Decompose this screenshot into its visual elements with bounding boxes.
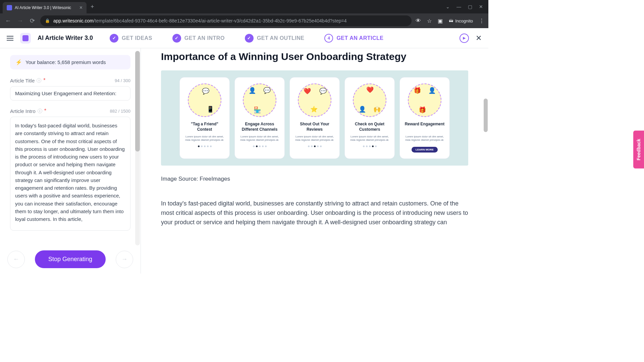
maximize-icon[interactable]: ▢ [468, 4, 472, 9]
article-title-input[interactable] [10, 86, 130, 101]
hamburger-menu-icon[interactable] [7, 35, 13, 42]
onboarding-card: 👤 💬 🏪 Engage Across Different Channels L… [234, 77, 285, 159]
card-illustration: 👤 💬 🏪 [243, 83, 276, 117]
article-content: Importance of a Winning User Onboarding … [141, 48, 488, 274]
onboarding-card: 💬 📱 "Tag a Friend" Contest Lorem ipsum d… [179, 77, 230, 159]
url-text: app.writesonic.com/template/6bc4afed-937… [53, 18, 346, 23]
favicon [7, 5, 12, 10]
pagination-dots [198, 145, 212, 147]
eye-off-icon[interactable]: 👁 [416, 18, 421, 24]
title-char-count: 94 / 300 [115, 78, 130, 83]
lightning-icon: ⚡ [15, 59, 22, 65]
tabs-dropdown-icon[interactable]: ⌄ [446, 4, 450, 9]
forward-button[interactable]: → [16, 17, 24, 24]
next-button[interactable]: → [116, 251, 133, 268]
card-illustration: ❤️ 💬 ⭐ [298, 83, 331, 117]
step-get-article[interactable]: 4 GET AN ARTICLE [324, 34, 383, 43]
star-icon[interactable]: ☆ [427, 18, 432, 24]
url-bar[interactable]: 🔒 app.writesonic.com/template/6bc4afed-9… [40, 15, 412, 26]
check-icon: ✓ [245, 34, 254, 43]
play-circle-icon[interactable]: ▶ [460, 34, 469, 43]
article-heading: Importance of a Winning User Onboarding … [161, 51, 468, 62]
lock-icon: 🔒 [45, 18, 50, 23]
card-illustration: 🎁 👤 🎁 [408, 83, 441, 117]
step-number-badge: 4 [324, 34, 333, 43]
hero-image: 💬 📱 "Tag a Friend" Contest Lorem ipsum d… [161, 70, 468, 166]
incognito-icon: 🕶 [449, 18, 453, 23]
window-controls: ⌄ — ▢ ✕ [446, 4, 488, 9]
address-bar: ← → ⟳ 🔒 app.writesonic.com/template/6bc4… [0, 13, 488, 28]
back-button[interactable]: ← [4, 17, 12, 24]
sidebar-scrollbar-thumb[interactable] [135, 51, 140, 152]
required-asterisk: * [44, 108, 46, 114]
onboarding-card: ❤️ 👤 🙌 Check on Quiet Customers Lorem ip… [344, 77, 395, 159]
reload-button[interactable]: ⟳ [28, 17, 36, 24]
required-asterisk: * [43, 77, 45, 83]
browser-tab[interactable]: AI Article Writer 3.0 | Writesonic × [3, 2, 87, 13]
app-logo [20, 33, 31, 44]
learn-more-button[interactable]: LEARN MORE [412, 147, 438, 153]
check-icon: ✓ [110, 34, 118, 43]
balance-pill: ⚡ Your balance: 5,658 premium words [10, 55, 130, 69]
content-scrollbar-thumb[interactable] [484, 99, 488, 132]
step-get-intro[interactable]: ✓ GET AN INTRO [172, 34, 225, 43]
new-tab-button[interactable]: + [91, 3, 94, 10]
pagination-dots [363, 145, 377, 147]
kebab-menu-icon[interactable]: ⋮ [479, 18, 484, 24]
browser-tab-bar: AI Article Writer 3.0 | Writesonic × + ⌄… [0, 0, 488, 13]
step-get-ideas[interactable]: ✓ GET IDEAS [110, 34, 152, 43]
article-intro-label: Article Intro i * 882 / 1500 [10, 108, 130, 114]
card-illustration: ❤️ 👤 🙌 [353, 83, 386, 117]
image-source-caption: Image Source: FreeImages [161, 176, 468, 182]
onboarding-card: 🎁 👤 🎁 Reward Engagement Lorem ipsum dolo… [399, 77, 450, 159]
close-icon[interactable]: ✕ [476, 34, 482, 43]
intro-char-count: 882 / 1500 [110, 109, 130, 114]
tab-close-icon[interactable]: × [79, 5, 83, 11]
onboarding-card: ❤️ 💬 ⭐ Shout Out Your Reviews Lorem ipsu… [289, 77, 340, 159]
info-icon[interactable]: i [38, 109, 42, 113]
step-get-outline[interactable]: ✓ GET AN OUTLINE [245, 34, 305, 43]
sidebar: ⚡ Your balance: 5,658 premium words Arti… [0, 48, 141, 274]
article-body: In today's fast-paced digital world, bus… [161, 199, 468, 227]
check-icon: ✓ [172, 34, 181, 43]
extensions-icon[interactable]: ▣ [438, 18, 443, 24]
prev-button[interactable]: ← [7, 251, 25, 268]
card-illustration: 💬 📱 [188, 83, 221, 117]
info-icon[interactable]: i [37, 78, 41, 83]
tab-title: AI Article Writer 3.0 | Writesonic [15, 5, 77, 10]
stop-generating-button[interactable]: Stop Generating [35, 250, 106, 268]
pagination-dots [253, 145, 267, 147]
article-title-label: Article Title i * 94 / 300 [10, 77, 130, 83]
pagination-dots [308, 145, 322, 147]
app-title: AI Article Writer 3.0 [38, 35, 93, 42]
article-intro-textarea[interactable] [10, 117, 130, 231]
close-window-icon[interactable]: ✕ [479, 4, 483, 9]
minimize-icon[interactable]: — [457, 4, 461, 9]
app-header: AI Article Writer 3.0 ✓ GET IDEAS ✓ GET … [0, 28, 488, 48]
incognito-badge: 🕶 Incognito [449, 18, 473, 23]
